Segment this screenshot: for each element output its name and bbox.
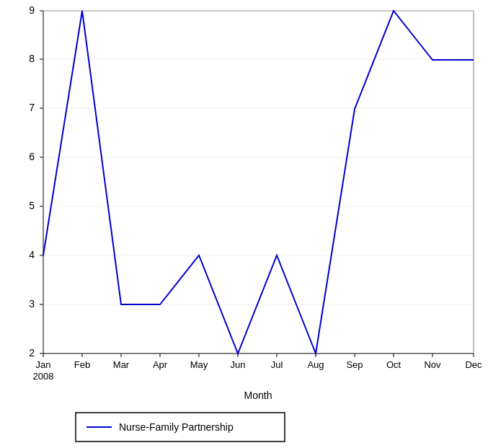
x-axis-title: Month bbox=[244, 390, 272, 401]
x-label-sep: Sep bbox=[346, 359, 363, 370]
chart-svg: 2 3 4 5 6 7 8 9 Jan Feb Mar Apr May Jun … bbox=[0, 0, 488, 448]
y-label-9: 9 bbox=[29, 4, 35, 16]
x-label-jan: Jan bbox=[36, 359, 51, 370]
x-label-may: May bbox=[190, 359, 208, 370]
x-label-aug: Aug bbox=[307, 359, 324, 370]
y-label-2: 2 bbox=[29, 347, 35, 359]
legend-label: Nurse-Family Partnership bbox=[119, 421, 234, 433]
y-label-4: 4 bbox=[29, 249, 35, 260]
x-label-oct: Oct bbox=[386, 359, 402, 370]
x-label-apr: Apr bbox=[153, 359, 168, 370]
x-label-feb: Feb bbox=[74, 359, 90, 370]
x-label-jul: Jul bbox=[271, 359, 283, 370]
year-label: 2008 bbox=[33, 371, 54, 382]
chart-container: 2 3 4 5 6 7 8 9 Jan Feb Mar Apr May Jun … bbox=[0, 0, 488, 448]
y-label-5: 5 bbox=[29, 200, 35, 211]
x-label-nov: Nov bbox=[424, 359, 441, 370]
x-label-mar: Mar bbox=[113, 359, 130, 370]
y-label-6: 6 bbox=[29, 151, 35, 162]
y-label-3: 3 bbox=[29, 298, 35, 309]
y-label-8: 8 bbox=[29, 53, 35, 64]
y-label-7: 7 bbox=[29, 102, 35, 113]
x-label-dec: Dec bbox=[465, 359, 482, 370]
data-line-nurse-family-partnership bbox=[43, 11, 474, 353]
x-label-jun: Jun bbox=[231, 359, 246, 370]
